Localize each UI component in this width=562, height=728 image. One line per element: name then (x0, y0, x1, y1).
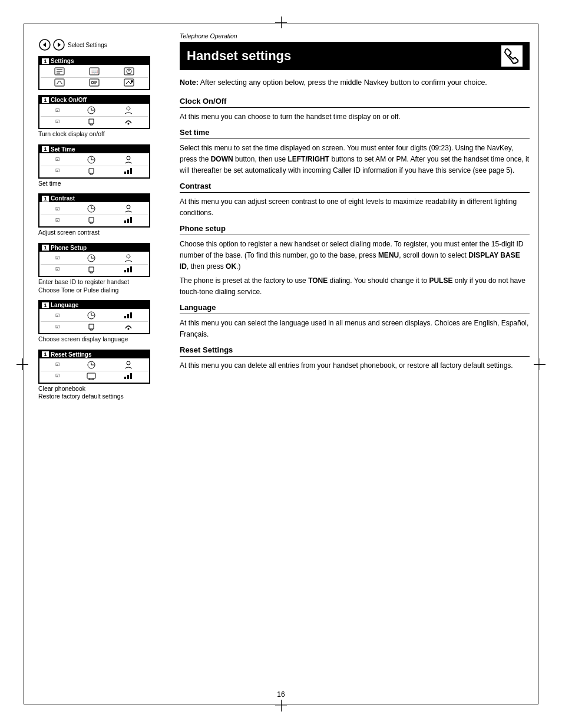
svg-rect-61 (127, 375, 129, 379)
svg-rect-62 (130, 373, 132, 379)
device-contrast: 1 Contrast ☑ (32, 193, 168, 237)
svg-point-2 (44, 44, 46, 46)
section-heading-language: Language (180, 303, 530, 314)
language-bars-icon (123, 311, 134, 319)
page-heading: Handset settings (180, 42, 530, 70)
svg-rect-36 (127, 219, 129, 223)
svg-rect-42 (124, 270, 126, 272)
svg-rect-48 (124, 316, 126, 318)
screen-set-time: 1 Set Time ☑ (38, 144, 150, 179)
svg-point-18 (131, 80, 133, 83)
screen-reset: 1 Reset Settings ☑ (38, 350, 150, 384)
settime-phone-icon (86, 167, 97, 175)
section-text-set-time: Select this menu to set the time display… (180, 143, 530, 176)
phonesetup-bars3-icon (123, 265, 134, 274)
page-heading-title: Handset settings (187, 48, 291, 64)
svg-point-27 (127, 156, 130, 160)
device-set-time: 1 Set Time ☑ (32, 144, 168, 188)
phonesetup-checkbox-icon: ☑ (55, 255, 59, 261)
section-text-clock: At this menu you can choose to turn the … (180, 111, 530, 123)
svg-rect-28 (124, 172, 126, 174)
svg-point-55 (127, 361, 130, 365)
svg-rect-35 (124, 220, 126, 223)
section-text-language: At this menu you can select the language… (180, 318, 530, 340)
phonesetup-phone-icon (86, 265, 97, 274)
svg-rect-56 (87, 373, 95, 378)
contrast-clock-icon (86, 205, 97, 213)
select-settings-nav: Select Settings (38, 38, 168, 51)
settime-checkbox-icon: ☑ (55, 157, 59, 162)
handset-icon (503, 47, 521, 65)
settime-clock-icon (86, 156, 97, 164)
section-label: Telephone Operation (180, 32, 530, 39)
device-reset: 1 Reset Settings ☑ (32, 350, 168, 401)
svg-rect-44 (130, 266, 132, 272)
settime-check2-icon: ☑ (55, 168, 59, 173)
svg-rect-49 (127, 314, 129, 318)
device-clock: 1 Clock On/Off ☑ (32, 95, 168, 139)
caption-language: Choose screen display language (38, 335, 168, 344)
device-settings: 1 Settings 📖 (32, 56, 168, 90)
settings-icon1 (54, 67, 65, 75)
section-heading-phone-setup: Phone setup (180, 224, 530, 235)
phonesetup-person-icon (123, 254, 134, 262)
section-text-phone-setup-1: Choose this option to register a new han… (180, 239, 530, 272)
svg-rect-14 (55, 79, 64, 86)
left-column: Select Settings 1 Settings (32, 32, 168, 696)
svg-point-13 (127, 69, 131, 74)
reset-person-icon (123, 361, 134, 369)
svg-point-22 (127, 107, 130, 110)
caption-phone-setup: Enter base ID to register handsetChoose … (38, 278, 168, 294)
settings-icon5 (89, 78, 100, 87)
contrast-checkbox-icon: ☑ (55, 206, 59, 212)
reset-checkbox-icon: ☑ (55, 362, 59, 367)
right-column: Telephone Operation Handset settings Not… (168, 32, 530, 696)
settime-bars-icon (123, 167, 134, 175)
settings-icon3 (124, 67, 134, 75)
screen-contrast: 1 Contrast ☑ (38, 193, 150, 228)
svg-point-5 (58, 44, 60, 46)
svg-text:📖: 📖 (91, 68, 98, 75)
clock-check2-icon: ☑ (55, 119, 59, 124)
caption-clock: Turn clock display on/off (38, 130, 168, 139)
language-clock-icon (86, 311, 97, 319)
settime-person-icon (123, 156, 134, 164)
svg-point-34 (127, 205, 130, 209)
caption-set-time: Set time (38, 180, 168, 188)
phonesetup-clock-icon (86, 254, 97, 262)
svg-rect-29 (127, 170, 129, 174)
language-checkbox-icon: ☑ (55, 313, 59, 318)
clock-checkbox-icon: ☑ (55, 108, 59, 113)
note-paragraph: Note: After selecting any option below, … (180, 77, 530, 88)
svg-rect-43 (127, 268, 129, 272)
crosshair-bottom (275, 700, 287, 711)
language-phone2-icon (86, 322, 97, 331)
language-signal-icon (123, 322, 134, 331)
svg-rect-50 (130, 312, 132, 318)
device-phone-setup: 1 Phone Setup ☑ (32, 243, 168, 294)
reset-monitor-icon (86, 372, 97, 380)
svg-point-16 (91, 81, 94, 84)
caption-reset: Clear phonebookRestore factory default s… (38, 385, 168, 401)
nav-left-icon (38, 38, 51, 51)
contrast-bars2-icon (123, 216, 134, 224)
settings-icon2: 📖 (89, 67, 100, 75)
caption-contrast: Adjust screen contrast (38, 229, 168, 237)
screen-language: 1 Language ☑ (38, 300, 150, 334)
device-language: 1 Language ☑ (32, 300, 168, 344)
section-heading-set-time: Set time (180, 128, 530, 139)
reset-clock-icon (86, 361, 97, 369)
svg-rect-60 (124, 377, 126, 379)
svg-point-23 (127, 123, 129, 125)
note-bold: Note: (180, 78, 199, 87)
nav-right-icon (52, 38, 65, 51)
crosshair-right (534, 358, 546, 370)
settings-icon4 (54, 78, 65, 87)
section-text-reset: At this menu you can delete all entries … (180, 360, 530, 371)
section-text-phone-setup-2: The phone is preset at the factory to us… (180, 275, 530, 297)
heading-icon (501, 45, 523, 67)
clock-signal-icon (123, 117, 134, 126)
section-text-contrast: At this menu you can adjust screen contr… (180, 196, 530, 218)
clock-face-icon (86, 106, 97, 114)
clock-person-icon (123, 106, 134, 114)
